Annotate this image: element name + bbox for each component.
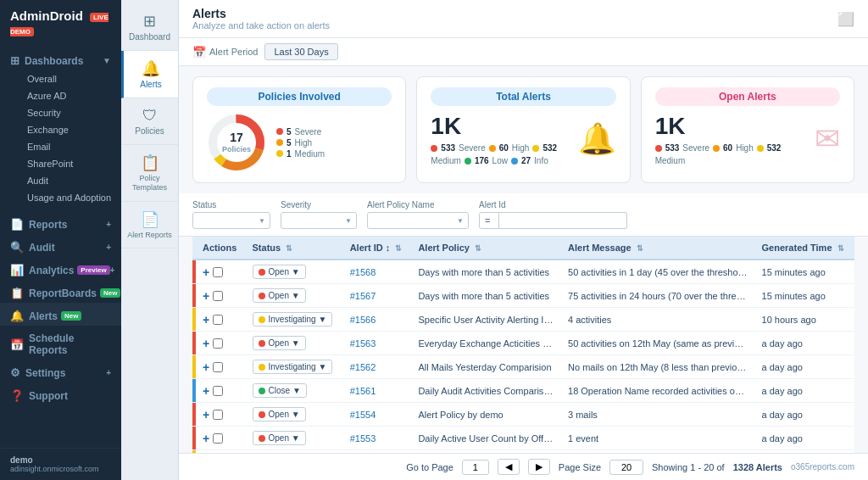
status-badge[interactable]: Open ▼ bbox=[253, 431, 306, 445]
th-actions: Actions bbox=[196, 237, 246, 260]
time-cell: a day ago bbox=[755, 379, 854, 403]
sidebar-item-alerts[interactable]: 🔔 Alerts New bbox=[0, 303, 121, 326]
nav-alerts[interactable]: 🔔 Alerts bbox=[121, 51, 178, 98]
eq-symbol: = bbox=[479, 212, 499, 229]
total-label: 1328 Alerts bbox=[733, 462, 782, 472]
sidebar-item-usage[interactable]: Usage and Adoption bbox=[20, 189, 121, 206]
row-checkbox[interactable] bbox=[213, 433, 223, 444]
donut-chart: 17 Policies bbox=[207, 113, 266, 172]
nav-policies[interactable]: 🛡 Policies bbox=[121, 98, 178, 145]
icon-sidebar: ⊞ Dashboard 🔔 Alerts 🛡 Policies 📋 Policy… bbox=[121, 0, 179, 480]
sidebar-item-settings[interactable]: ⚙ Settings + bbox=[0, 360, 121, 382]
nav-policy-templates[interactable]: 📋 Policy Templates bbox=[121, 145, 178, 202]
sidebar-item-audit-main[interactable]: 🔍 Audit + bbox=[0, 234, 121, 257]
user-email: adinsight.onmicrosoft.com bbox=[10, 465, 111, 473]
open-alerts-value-group: 1K 533 Severe 60 High 532 Medium bbox=[655, 113, 804, 165]
expand-row-button[interactable]: + bbox=[203, 289, 209, 303]
severe-dot bbox=[276, 128, 283, 135]
status-select[interactable]: Open Investigating Close bbox=[192, 212, 270, 229]
status-sort-icon[interactable]: ⇅ bbox=[286, 244, 292, 253]
status-filter-label: Status bbox=[192, 200, 270, 209]
sidebar-item-sharepoint[interactable]: SharePoint bbox=[20, 155, 121, 172]
plus-icon: + bbox=[106, 220, 111, 229]
nav-dashboard[interactable]: ⊞ Dashboard bbox=[121, 3, 178, 51]
row-checkbox[interactable] bbox=[213, 338, 223, 349]
page-size-input[interactable] bbox=[609, 460, 643, 475]
row-checkbox[interactable] bbox=[213, 315, 223, 325]
time-sort-icon[interactable]: ⇅ bbox=[837, 244, 844, 253]
status-badge[interactable]: Open ▼ bbox=[253, 336, 306, 350]
status-badge[interactable]: Open ▼ bbox=[253, 265, 306, 279]
status-badge[interactable]: Open ▼ bbox=[253, 288, 306, 303]
report-icon: 📄 bbox=[10, 218, 24, 231]
sidebar-item-support[interactable]: ❓ Support bbox=[0, 382, 121, 405]
expand-row-button[interactable]: + bbox=[203, 360, 209, 374]
table-row: +Open ▼#1553Daily Active User Count by O… bbox=[192, 427, 854, 450]
policy-cell: Specific User Activity Alerting Immediat… bbox=[411, 308, 561, 332]
preview-badge: Preview bbox=[77, 265, 109, 275]
sidebar-item-reports[interactable]: 📄 Reports + bbox=[0, 211, 121, 234]
message-cell: 75 activities in 24 hours (70 over the t… bbox=[561, 284, 755, 308]
policy-templates-nav-icon: 📋 bbox=[141, 153, 159, 172]
alert-period-bar: 📅 Alert Period Last 30 Days bbox=[179, 38, 868, 66]
sidebar-item-security[interactable]: Security bbox=[20, 104, 121, 121]
page-title: Alerts bbox=[192, 7, 330, 20]
page-title-group: Alerts Analyze and take action on alerts bbox=[192, 7, 330, 31]
th-time: Generated Time ⇅ bbox=[755, 237, 854, 260]
sidebar-item-overall[interactable]: Overall bbox=[20, 70, 121, 87]
sidebar-item-schedule[interactable]: 📅 Schedule Reports bbox=[0, 326, 121, 360]
alert-id-input-wrap: = bbox=[479, 212, 627, 229]
export-icon[interactable]: ⬜ bbox=[837, 11, 854, 27]
actions-cell: + bbox=[196, 308, 246, 332]
message-cell: 1 event bbox=[561, 427, 755, 450]
donut-legend: 5 Severe 5 High 1 Medium bbox=[276, 127, 325, 159]
sidebar-item-azure-ad[interactable]: Azure AD bbox=[20, 87, 121, 104]
sidebar-item-email[interactable]: Email bbox=[20, 138, 121, 155]
row-checkbox[interactable] bbox=[213, 410, 223, 420]
sidebar-item-analytics[interactable]: 📊 Analytics Preview + bbox=[0, 257, 121, 280]
row-checkbox[interactable] bbox=[213, 267, 223, 277]
status-filter-group: Status Open Investigating Close bbox=[192, 200, 270, 229]
sidebar-item-dashboards[interactable]: ⊞ Dashboards ▼ bbox=[0, 47, 121, 70]
policy-cell: Daily Audit Activities Comparision by Op… bbox=[411, 379, 561, 403]
actions-cell: + bbox=[196, 379, 246, 403]
dashboards-submenu: Overall Azure AD Security Exchange Email… bbox=[0, 70, 121, 206]
next-page-button[interactable]: ▶ bbox=[528, 459, 550, 475]
go-to-page-label: Go to Page bbox=[406, 462, 453, 472]
policy-name-select[interactable] bbox=[367, 212, 469, 229]
page-number-input[interactable] bbox=[462, 460, 489, 475]
ta-info-dot bbox=[511, 158, 518, 165]
row-checkbox[interactable] bbox=[213, 362, 223, 372]
nav-alert-reports[interactable]: 📄 Alert Reports bbox=[121, 202, 178, 249]
prev-page-button[interactable]: ◀ bbox=[498, 459, 520, 475]
expand-row-button[interactable]: + bbox=[203, 313, 209, 327]
expand-row-button[interactable]: + bbox=[203, 337, 209, 350]
expand-row-button[interactable]: + bbox=[203, 384, 209, 398]
table-row: +Investigating ▼#1566Specific User Activ… bbox=[192, 308, 854, 332]
status-badge[interactable]: Investigating ▼ bbox=[253, 360, 333, 374]
status-badge[interactable]: Investigating ▼ bbox=[253, 312, 333, 327]
policy-sort-icon[interactable]: ⇅ bbox=[475, 244, 481, 253]
severity-select[interactable]: Severe High Medium Low Info bbox=[281, 212, 357, 229]
total-alerts-title: Total Alerts bbox=[431, 87, 615, 106]
expand-row-button[interactable]: + bbox=[203, 432, 209, 445]
message-sort-icon[interactable]: ⇅ bbox=[637, 244, 643, 253]
status-badge[interactable]: Open ▼ bbox=[253, 407, 306, 421]
alert-id-sort-icon[interactable]: ⇅ bbox=[395, 244, 402, 253]
expand-row-button[interactable]: + bbox=[203, 408, 209, 421]
alerts-table: Actions Status ⇅ Alert ID ↕ ⇅ bbox=[192, 237, 854, 453]
sidebar-item-reportboards[interactable]: 📋 ReportBoards New + bbox=[0, 280, 121, 303]
alert-id-input[interactable] bbox=[499, 212, 627, 229]
ta-low-dot bbox=[465, 158, 471, 165]
status-badge[interactable]: Close ▼ bbox=[253, 383, 307, 398]
row-checkbox[interactable] bbox=[213, 386, 223, 396]
period-button[interactable]: Last 30 Days bbox=[264, 43, 337, 60]
app-name: AdminDroid bbox=[10, 8, 83, 23]
expand-row-button[interactable]: + bbox=[203, 265, 209, 279]
time-cell: a day ago bbox=[755, 355, 854, 379]
sidebar-item-audit[interactable]: Audit bbox=[20, 172, 121, 189]
sidebar-item-exchange[interactable]: Exchange bbox=[20, 121, 121, 138]
row-checkbox[interactable] bbox=[213, 291, 223, 301]
alert-id-filter-group: Alert Id = bbox=[479, 200, 627, 229]
main-area: ⊞ Dashboard 🔔 Alerts 🛡 Policies 📋 Policy… bbox=[121, 0, 868, 480]
